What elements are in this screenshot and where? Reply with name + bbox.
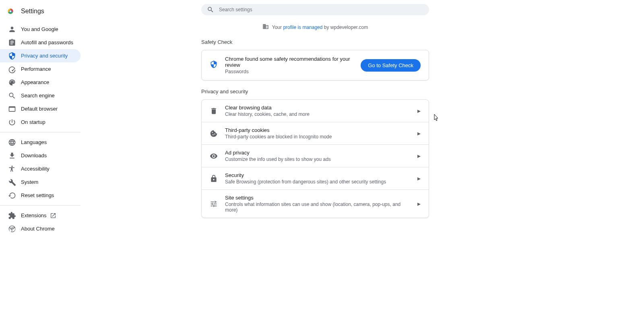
chrome-logo-icon bbox=[6, 7, 14, 15]
business-icon bbox=[262, 23, 269, 31]
sidebar-item-label: Accessibility bbox=[21, 166, 50, 172]
cookie-icon bbox=[210, 130, 218, 138]
sidebar-item-reset[interactable]: Reset settings bbox=[0, 189, 80, 202]
shield-icon bbox=[210, 60, 218, 70]
sidebar-item-search-engine[interactable]: Search engine bbox=[0, 89, 80, 102]
chrome-outline-icon bbox=[8, 225, 16, 233]
sidebar-item-label: Downloads bbox=[21, 152, 47, 158]
sidebar-item-languages[interactable]: Languages bbox=[0, 136, 80, 149]
accessibility-icon bbox=[8, 165, 16, 173]
sidebar-item-on-startup[interactable]: On startup bbox=[0, 115, 80, 129]
chevron-right-icon: ▸ bbox=[417, 152, 421, 160]
managed-suffix: by wpdeveloper.com bbox=[322, 25, 368, 30]
row-clear-browsing-data[interactable]: Clear browsing data Clear history, cooki… bbox=[202, 100, 429, 122]
sidebar-item-downloads[interactable]: Downloads bbox=[0, 149, 80, 162]
privacy-card: Clear browsing data Clear history, cooki… bbox=[201, 99, 429, 218]
divider bbox=[0, 132, 80, 132]
section-privacy-title: Privacy and security bbox=[201, 89, 429, 95]
row-security[interactable]: Security Safe Browsing (protection from … bbox=[202, 167, 429, 189]
speedometer-icon bbox=[8, 65, 16, 73]
sidebar-item-performance[interactable]: Performance bbox=[0, 62, 80, 76]
clipboard-icon bbox=[8, 39, 16, 47]
sidebar-item-privacy[interactable]: Privacy and security bbox=[0, 49, 80, 62]
wrench-icon bbox=[8, 178, 16, 186]
row-sub: Safe Browsing (protection from dangerous… bbox=[225, 179, 410, 185]
row-title: Security bbox=[225, 172, 410, 178]
download-icon bbox=[8, 152, 16, 160]
safety-check-row: Chrome found some safety recommendations… bbox=[202, 50, 429, 80]
svg-point-2 bbox=[10, 10, 11, 12]
browser-icon bbox=[8, 105, 16, 113]
row-title: Ad privacy bbox=[225, 150, 410, 156]
tune-icon bbox=[210, 200, 218, 208]
page-title: Settings bbox=[21, 8, 44, 15]
managed-prefix: Your bbox=[272, 25, 283, 30]
row-title: Clear browsing data bbox=[225, 105, 410, 111]
sidebar-item-label: System bbox=[21, 179, 38, 185]
sidebar-item-label: Search engine bbox=[21, 93, 55, 99]
palette-icon bbox=[8, 78, 16, 86]
sidebar-item-label: Extensions bbox=[21, 212, 47, 218]
sidebar-item-system[interactable]: System bbox=[0, 175, 80, 189]
search-box[interactable] bbox=[201, 4, 429, 15]
sidebar-item-label: Reset settings bbox=[21, 192, 54, 198]
power-icon bbox=[8, 118, 16, 126]
row-third-party-cookies[interactable]: Third-party cookies Third-party cookies … bbox=[202, 122, 429, 144]
search-icon bbox=[207, 6, 214, 13]
sidebar-item-extensions[interactable]: Extensions bbox=[0, 209, 80, 222]
sidebar-item-label: Languages bbox=[21, 139, 47, 145]
safety-check-card: Chrome found some safety recommendations… bbox=[201, 50, 429, 80]
sidebar-item-label: You and Google bbox=[21, 26, 58, 32]
safety-sub: Passwords bbox=[225, 69, 353, 74]
search-icon bbox=[8, 92, 16, 100]
chevron-right-icon: ▸ bbox=[417, 130, 421, 137]
sidebar-item-you-and-google[interactable]: You and Google bbox=[0, 23, 80, 36]
main-content: Your profile is managed by wpdeveloper.c… bbox=[80, 0, 644, 218]
chevron-right-icon: ▸ bbox=[417, 175, 421, 182]
sidebar-item-label: Appearance bbox=[21, 79, 49, 85]
sidebar-item-accessibility[interactable]: Accessibility bbox=[0, 162, 80, 175]
row-sub: Customize the info used by sites to show… bbox=[225, 156, 410, 162]
row-site-settings[interactable]: Site settings Controls what information … bbox=[202, 189, 429, 218]
sidebar-item-label: About Chrome bbox=[21, 226, 55, 232]
sidebar-item-default-browser[interactable]: Default browser bbox=[0, 102, 80, 115]
chevron-right-icon: ▸ bbox=[417, 200, 421, 208]
sidebar-item-label: On startup bbox=[21, 119, 45, 125]
sidebar-item-label: Privacy and security bbox=[21, 53, 68, 59]
row-ad-privacy[interactable]: Ad privacy Customize the info used by si… bbox=[202, 144, 429, 167]
trash-icon bbox=[210, 107, 218, 115]
sidebar-item-label: Autofill and passwords bbox=[21, 39, 73, 45]
search-input[interactable] bbox=[219, 7, 429, 12]
ad-privacy-icon bbox=[210, 152, 218, 160]
sidebar-item-autofill[interactable]: Autofill and passwords bbox=[0, 36, 80, 49]
extension-icon bbox=[8, 212, 16, 220]
person-icon bbox=[8, 25, 16, 33]
go-to-safety-check-button[interactable]: Go to Safety Check bbox=[361, 59, 421, 72]
lock-icon bbox=[210, 175, 218, 183]
row-sub: Clear history, cookies, cache, and more bbox=[225, 111, 410, 117]
row-sub: Controls what information sites can use … bbox=[225, 202, 410, 213]
managed-link[interactable]: profile is managed bbox=[283, 25, 322, 30]
restore-icon bbox=[8, 191, 16, 200]
chevron-right-icon: ▸ bbox=[417, 107, 421, 115]
section-safety-check-title: Safety Check bbox=[201, 39, 429, 45]
sidebar: You and Google Autofill and passwords Pr… bbox=[0, 23, 80, 235]
managed-notice: Your profile is managed by wpdeveloper.c… bbox=[201, 23, 429, 31]
sidebar-item-label: Default browser bbox=[21, 106, 58, 112]
row-sub: Third-party cookies are blocked in Incog… bbox=[225, 134, 410, 140]
sidebar-item-about-chrome[interactable]: About Chrome bbox=[0, 222, 80, 235]
sidebar-item-appearance[interactable]: Appearance bbox=[0, 76, 80, 89]
row-title: Third-party cookies bbox=[225, 127, 410, 133]
safety-headline: Chrome found some safety recommendations… bbox=[225, 56, 353, 68]
globe-icon bbox=[8, 138, 16, 146]
open-in-new-icon bbox=[50, 212, 56, 219]
row-title: Site settings bbox=[225, 195, 410, 201]
divider bbox=[0, 205, 80, 206]
shield-icon bbox=[8, 52, 16, 60]
sidebar-item-label: Performance bbox=[21, 66, 51, 72]
